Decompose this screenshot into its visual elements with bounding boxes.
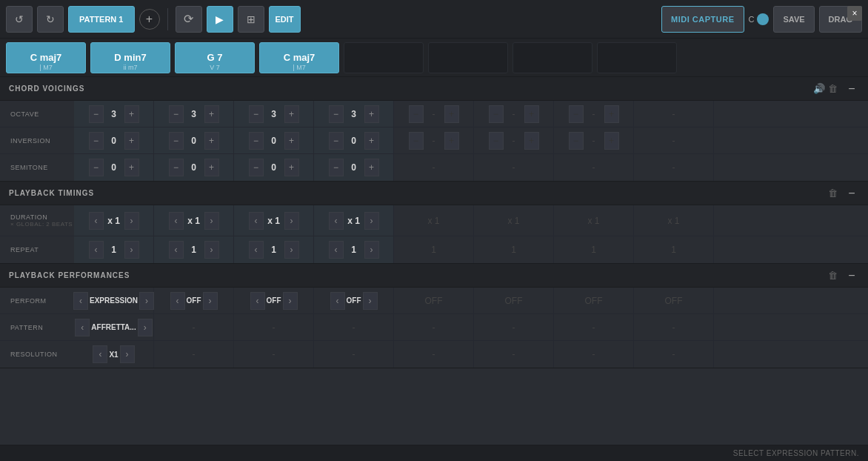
chord-slot-2[interactable]: G 7 V 7: [175, 42, 255, 73]
octave-minus-4[interactable]: −: [409, 105, 424, 123]
semitone-plus-0[interactable]: +: [124, 159, 139, 176]
playback-timings-collapse-button[interactable]: −: [844, 186, 859, 201]
inversion-plus-4[interactable]: +: [444, 132, 459, 150]
repeat-next-1[interactable]: ›: [204, 241, 219, 259]
pattern-next-0[interactable]: ›: [138, 319, 153, 336]
sound-icon: 🔊: [813, 83, 825, 94]
chord-voicings-delete-button[interactable]: 🗑: [825, 82, 840, 96]
duration-next-3[interactable]: ›: [364, 212, 379, 230]
resolution-next-0[interactable]: ›: [120, 345, 135, 363]
inversion-minus-6[interactable]: −: [569, 132, 584, 150]
inversion-minus-0[interactable]: −: [89, 132, 104, 150]
perform-next-0[interactable]: ›: [139, 292, 154, 310]
toggle-dot[interactable]: [757, 13, 769, 25]
octave-plus-1[interactable]: +: [204, 105, 219, 123]
edit-button[interactable]: EDIT: [269, 6, 301, 33]
octave-minus-5[interactable]: −: [489, 105, 504, 123]
perform-next-3[interactable]: ›: [363, 292, 378, 310]
grid-button[interactable]: ⊞: [238, 6, 264, 33]
chord-numeral-0: | M7: [39, 64, 52, 71]
playback-performances-delete-button[interactable]: 🗑: [825, 268, 840, 283]
octave-minus-3[interactable]: −: [329, 105, 344, 123]
chord-slot-0[interactable]: C maj7 | M7: [6, 42, 86, 73]
repeat-prev-3[interactable]: ‹: [329, 241, 344, 259]
save-button[interactable]: SAVE: [773, 6, 814, 33]
duration-next-0[interactable]: ›: [124, 212, 139, 230]
inversion-plus-2[interactable]: +: [284, 132, 299, 150]
octave-minus-6[interactable]: −: [569, 105, 584, 123]
duration-prev-2[interactable]: ‹: [249, 212, 264, 230]
loop-button[interactable]: ⟳: [176, 6, 202, 33]
inversion-minus-2[interactable]: −: [249, 132, 264, 150]
perform-next-2[interactable]: ›: [283, 292, 298, 310]
duration-label: DURATION × GLOBAL: 2 BEATS: [0, 213, 74, 228]
chord-voicings-collapse-button[interactable]: −: [844, 82, 859, 96]
perform-prev-2[interactable]: ‹: [250, 292, 265, 310]
chord-slot-3[interactable]: C maj7 | M7: [259, 42, 339, 73]
duration-prev-3[interactable]: ‹: [329, 212, 344, 230]
inversion-plus-0[interactable]: +: [124, 132, 139, 150]
chord-slot-1[interactable]: D min7 ii m7: [90, 42, 170, 73]
repeat-prev-2[interactable]: ‹: [249, 241, 264, 259]
grid-icon: ⊞: [247, 13, 256, 25]
inversion-plus-5[interactable]: +: [524, 132, 539, 150]
inversion-dash-4: -: [424, 136, 444, 146]
repeat-next-2[interactable]: ›: [284, 241, 299, 259]
repeat-prev-0[interactable]: ‹: [89, 241, 104, 259]
semitone-minus-0[interactable]: −: [89, 159, 104, 176]
perform-next-1[interactable]: ›: [203, 292, 218, 310]
chord-slot-4[interactable]: [344, 42, 424, 73]
inversion-plus-1[interactable]: +: [204, 132, 219, 150]
duration-next-1[interactable]: ›: [204, 212, 219, 230]
inversion-minus-4[interactable]: −: [409, 132, 424, 150]
pattern-prev-0[interactable]: ‹: [75, 319, 90, 336]
inversion-minus-1[interactable]: −: [169, 132, 184, 150]
inversion-minus-3[interactable]: −: [329, 132, 344, 150]
octave-plus-4[interactable]: +: [444, 105, 459, 123]
resolution-prev-0[interactable]: ‹: [93, 345, 107, 363]
octave-minus-1[interactable]: −: [169, 105, 184, 123]
inversion-minus-5[interactable]: −: [489, 132, 504, 150]
semitone-minus-3[interactable]: −: [329, 159, 344, 176]
repeat-prev-1[interactable]: ‹: [169, 241, 184, 259]
inversion-plus-3[interactable]: +: [364, 132, 379, 150]
chord-slot-7[interactable]: [597, 42, 677, 73]
octave-plus-3[interactable]: +: [364, 105, 379, 123]
repeat-next-0[interactable]: ›: [124, 241, 139, 259]
resolution-dash-5: -: [513, 349, 515, 359]
octave-minus-2[interactable]: −: [249, 105, 264, 123]
octave-plus-0[interactable]: +: [124, 105, 139, 123]
play-button[interactable]: ▶: [207, 6, 233, 33]
chord-slot-5[interactable]: [428, 42, 508, 73]
chord-slot-6[interactable]: [513, 42, 592, 73]
duration-prev-0[interactable]: ‹: [89, 212, 104, 230]
edit-label: EDIT: [276, 15, 294, 24]
perform-prev-3[interactable]: ‹: [330, 292, 345, 310]
redo-button[interactable]: ↻: [37, 6, 64, 33]
close-button[interactable]: ×: [847, 6, 862, 21]
duration-prev-1[interactable]: ‹: [169, 212, 184, 230]
midi-capture-button[interactable]: MIDI CAPTURE: [661, 6, 744, 33]
playback-timings-delete-button[interactable]: 🗑: [825, 186, 840, 201]
semitone-plus-3[interactable]: +: [364, 159, 379, 176]
perform-prev-0[interactable]: ‹: [73, 292, 88, 310]
semitone-plus-2[interactable]: +: [284, 159, 299, 176]
repeat-next-3[interactable]: ›: [364, 241, 379, 259]
octave-plus-2[interactable]: +: [284, 105, 299, 123]
semitone-minus-1[interactable]: −: [169, 159, 184, 176]
playback-performances-collapse-button[interactable]: −: [844, 268, 859, 283]
semitone-plus-1[interactable]: +: [204, 159, 219, 176]
pattern-cell-5: -: [474, 314, 554, 340]
inversion-plus-6[interactable]: +: [604, 132, 619, 150]
octave-plus-5[interactable]: +: [524, 105, 539, 123]
duration-next-2[interactable]: ›: [284, 212, 299, 230]
undo-button[interactable]: ↺: [6, 6, 33, 33]
semitone-minus-2[interactable]: −: [249, 159, 264, 176]
pattern-button[interactable]: PATTERN 1: [68, 6, 135, 33]
add-pattern-button[interactable]: +: [139, 9, 160, 30]
octave-minus-0[interactable]: −: [89, 105, 104, 123]
octave-plus-6[interactable]: +: [604, 105, 619, 123]
perform-value-2: OFF: [267, 296, 281, 305]
perform-prev-1[interactable]: ‹: [170, 292, 185, 310]
semitone-value-0: 0: [104, 162, 124, 173]
